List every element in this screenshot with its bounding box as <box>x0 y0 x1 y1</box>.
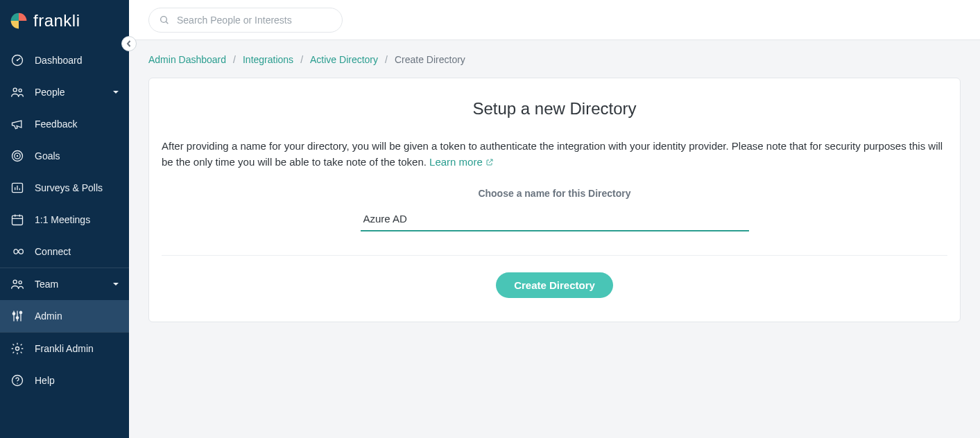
help-icon <box>10 373 25 388</box>
svg-point-2 <box>13 88 17 91</box>
sidebar-item-connect[interactable]: Connect <box>0 236 129 268</box>
create-directory-button[interactable]: Create Directory <box>496 272 613 298</box>
sidebar-item-label: Connect <box>35 246 119 257</box>
sidebar-item-label: Dashboard <box>35 55 119 66</box>
svg-rect-8 <box>12 216 23 225</box>
sidebar-item-label: Team <box>35 279 103 290</box>
breadcrumb-link[interactable]: Admin Dashboard <box>148 54 226 65</box>
svg-point-6 <box>17 155 19 157</box>
action-row: Create Directory <box>162 272 947 298</box>
gear-icon <box>10 341 25 356</box>
svg-point-3 <box>19 89 22 91</box>
breadcrumb-separator: / <box>300 54 303 65</box>
sliders-icon <box>10 308 25 324</box>
sidebar-item-meetings[interactable]: 1:1 Meetings <box>0 204 129 236</box>
sidebar-item-feedback[interactable]: Feedback <box>0 108 129 140</box>
sidebar-item-frankli-admin[interactable]: Frankli Admin <box>0 333 129 365</box>
sidebar-item-help[interactable]: Help <box>0 365 129 396</box>
sidebar-item-people[interactable]: People <box>0 76 129 108</box>
breadcrumb-link[interactable]: Integrations <box>243 54 293 65</box>
sidebar-item-surveys[interactable]: Surveys & Polls <box>0 172 129 204</box>
sidebar-item-label: Surveys & Polls <box>35 182 119 193</box>
calendar-icon <box>10 212 25 227</box>
breadcrumb: Admin Dashboard / Integrations / Active … <box>148 54 961 65</box>
page-title: Setup a new Directory <box>162 99 947 119</box>
field-label: Choose a name for this Directory <box>361 188 749 199</box>
brand-logo-icon <box>10 12 28 30</box>
gauge-icon <box>10 53 25 68</box>
brand-name: frankli <box>33 11 80 30</box>
infinity-icon <box>10 244 25 259</box>
sidebar-item-goals[interactable]: Goals <box>0 140 129 172</box>
svg-point-11 <box>12 313 15 315</box>
global-search[interactable] <box>148 8 343 33</box>
search-icon <box>159 15 170 26</box>
chevron-down-icon <box>112 87 119 98</box>
sidebar-item-label: Admin <box>35 310 119 322</box>
content: Admin Dashboard / Integrations / Active … <box>129 40 980 350</box>
chevron-down-icon <box>112 279 119 290</box>
team-icon <box>10 277 25 292</box>
svg-point-14 <box>16 347 19 351</box>
target-icon <box>10 148 25 164</box>
people-icon <box>10 85 25 100</box>
svg-point-12 <box>16 317 18 319</box>
topbar <box>129 0 980 40</box>
sidebar-item-label: Goals <box>35 150 119 161</box>
svg-point-10 <box>19 281 22 283</box>
external-link-icon <box>485 155 494 170</box>
sidebar-item-dashboard[interactable]: Dashboard <box>0 44 129 76</box>
megaphone-icon <box>10 116 25 132</box>
divider <box>162 255 947 256</box>
brand[interactable]: frankli <box>0 0 129 44</box>
sidebar-item-label: Feedback <box>35 119 119 130</box>
breadcrumb-separator: / <box>233 54 236 65</box>
breadcrumb-link[interactable]: Active Directory <box>310 54 378 65</box>
breadcrumb-separator: / <box>385 54 388 65</box>
breadcrumb-current: Create Directory <box>395 54 465 65</box>
main: Admin Dashboard / Integrations / Active … <box>129 0 980 438</box>
sidebar-nav: Dashboard People Feedback Goals Surve <box>0 44 129 396</box>
sidebar-item-team[interactable]: Team <box>0 268 129 300</box>
svg-point-16 <box>17 383 17 384</box>
svg-point-13 <box>19 311 22 313</box>
sidebar: frankli Dashboard People Feedback G <box>0 0 129 438</box>
create-directory-card: Setup a new Directory After providing a … <box>148 78 961 322</box>
sidebar-item-label: People <box>35 87 103 98</box>
directory-name-field: Choose a name for this Directory <box>361 188 749 231</box>
sidebar-item-label: Frankli Admin <box>35 343 119 354</box>
svg-point-1 <box>17 60 18 61</box>
description-text: After providing a name for your director… <box>162 140 943 168</box>
page-description: After providing a name for your director… <box>162 138 947 171</box>
svg-point-17 <box>161 16 167 22</box>
sidebar-collapse-toggle[interactable] <box>121 36 137 51</box>
chart-icon <box>10 180 25 195</box>
chevron-left-icon <box>126 40 132 47</box>
learn-more-link[interactable]: Learn more <box>429 156 494 168</box>
sidebar-item-label: Help <box>35 375 119 386</box>
search-input[interactable] <box>177 15 332 26</box>
sidebar-item-label: 1:1 Meetings <box>35 214 119 225</box>
svg-point-9 <box>13 280 17 283</box>
directory-name-input[interactable] <box>361 209 749 231</box>
sidebar-item-admin[interactable]: Admin <box>0 300 129 332</box>
